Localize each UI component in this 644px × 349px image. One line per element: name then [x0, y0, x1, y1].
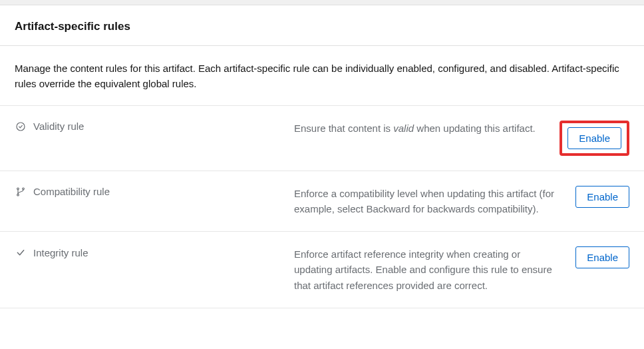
rule-row-validity: Validity rule Ensure that content is val… — [0, 106, 644, 171]
section-header: Artifact-specific rules — [0, 5, 644, 46]
rule-description: Enforce a compatibility level when updat… — [294, 186, 562, 217]
rule-row-integrity: Integrity rule Enforce artifact referenc… — [0, 232, 644, 308]
section-description: Manage the content rules for this artifa… — [0, 46, 644, 106]
rule-name: Validity rule — [33, 121, 84, 132]
enable-button-validity[interactable]: Enable — [567, 127, 621, 149]
svg-point-0 — [17, 123, 25, 131]
enable-button-compatibility[interactable]: Enable — [575, 186, 629, 208]
section-title: Artifact-specific rules — [15, 20, 629, 33]
rule-row-compatibility: Compatibility rule Enforce a compatibili… — [0, 171, 644, 232]
rule-action-col: Enable — [575, 186, 629, 208]
enable-button-integrity[interactable]: Enable — [575, 246, 629, 268]
rule-action-col: Enable — [575, 246, 629, 268]
rule-name-col: Validity rule — [15, 121, 281, 133]
rule-description: Ensure that content is valid when updati… — [294, 121, 546, 136]
top-bar — [0, 0, 644, 5]
rule-name: Compatibility rule — [33, 186, 110, 197]
rule-name: Integrity rule — [33, 247, 88, 258]
rule-action-col: Enable — [560, 121, 629, 156]
check-icon — [15, 246, 27, 258]
rule-name-col: Integrity rule — [15, 246, 281, 258]
check-circle-icon — [15, 121, 27, 133]
rule-description: Enforce artifact reference integrity whe… — [294, 246, 562, 293]
highlight-annotation: Enable — [560, 121, 629, 156]
branch-icon — [15, 186, 27, 198]
rule-name-col: Compatibility rule — [15, 186, 281, 198]
